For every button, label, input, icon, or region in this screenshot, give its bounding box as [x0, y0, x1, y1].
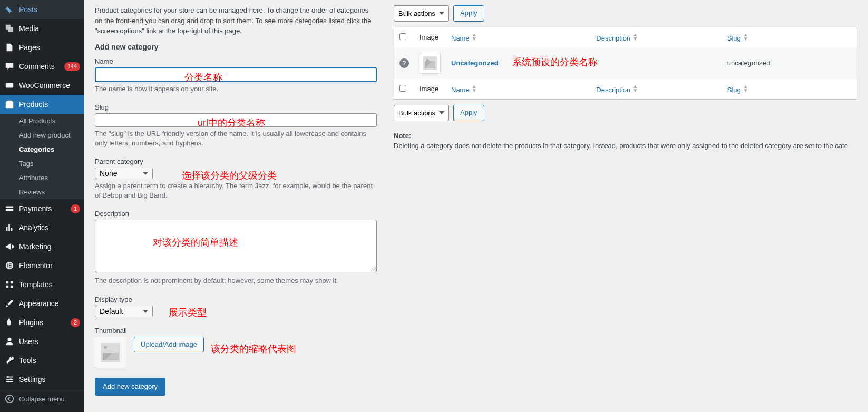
categories-table: Image Name Description Slug ? Uncategori…	[394, 27, 857, 100]
products-icon	[4, 99, 15, 110]
user-icon	[4, 336, 15, 347]
menu-tools[interactable]: Tools	[0, 351, 84, 370]
select-all-top[interactable]	[399, 33, 406, 40]
menu-media[interactable]: Media	[0, 19, 84, 38]
col-image-foot: Image	[414, 79, 446, 100]
anno-parent: 选择该分类的父级分类	[182, 169, 277, 182]
name-help: The name is how it appears on your site.	[95, 84, 377, 94]
menu-label: Tools	[19, 356, 80, 365]
menu-label: Analytics	[19, 223, 80, 232]
help-icon[interactable]: ?	[399, 58, 409, 68]
menu-payments[interactable]: Payments 1	[0, 199, 84, 218]
row-name-link[interactable]: Uncategorized	[451, 59, 499, 67]
svg-point-14	[7, 381, 9, 383]
svg-rect-5	[9, 263, 12, 264]
name-input[interactable]	[95, 67, 377, 82]
menu-users[interactable]: Users	[0, 332, 84, 351]
pin-icon	[4, 4, 15, 15]
menu-marketing[interactable]: Marketing	[0, 237, 84, 256]
submit-button[interactable]: Add new category	[95, 378, 165, 396]
sort-icon	[472, 84, 477, 93]
col-name-sort-foot[interactable]: Name	[451, 86, 477, 94]
menu-woocommerce[interactable]: WooCommerce	[0, 76, 84, 95]
media-icon	[4, 23, 15, 34]
menu-label: WooCommerce	[19, 81, 80, 90]
svg-rect-0	[6, 83, 13, 88]
analytics-icon	[4, 222, 15, 233]
desc-label: Description	[95, 210, 377, 218]
col-slug-sort-foot[interactable]: Slug	[727, 86, 748, 94]
settings-icon	[4, 374, 15, 385]
apply-bottom[interactable]: Apply	[453, 105, 484, 121]
col-slug-sort[interactable]: Slug	[727, 34, 748, 42]
bulk-actions-top[interactable]: Bulk actions	[394, 5, 449, 22]
collapse-menu[interactable]: Collapse menu	[0, 389, 84, 408]
svg-rect-6	[9, 265, 12, 266]
parent-label: Parent category	[95, 158, 377, 165]
submenu-all-products[interactable]: All Products	[0, 114, 84, 128]
display-select[interactable]: Default	[95, 306, 153, 317]
select-all-bottom[interactable]	[399, 85, 406, 92]
col-desc-sort-foot[interactable]: Description	[596, 86, 638, 94]
name-label: Name	[95, 57, 377, 65]
menu-products[interactable]: Products	[0, 95, 84, 114]
collapse-label: Collapse menu	[19, 395, 65, 403]
menu-settings[interactable]: Settings	[0, 370, 84, 389]
menu-analytics[interactable]: Analytics	[0, 218, 84, 237]
menu-pages[interactable]: Pages	[0, 38, 84, 57]
menu-plugins[interactable]: Plugins 2	[0, 313, 84, 332]
thumb-field-wrap: Thumbnail Upload/Add image 该分类的缩略代表图	[95, 327, 377, 368]
menu-elementor[interactable]: Elementor	[0, 256, 84, 275]
desc-help: The description is not prominent by defa…	[95, 276, 377, 286]
name-field-wrap: Name 分类名称 The name is how it appears on …	[95, 57, 377, 94]
menu-posts[interactable]: Posts	[0, 0, 84, 19]
display-label: Display type	[95, 296, 377, 303]
menu-label: Media	[19, 24, 80, 33]
upload-image-button[interactable]: Upload/Add image	[134, 337, 204, 353]
svg-rect-4	[7, 263, 8, 267]
apply-top[interactable]: Apply	[453, 5, 484, 22]
col-name-sort[interactable]: Name	[451, 34, 477, 42]
menu-appearance[interactable]: Appearance	[0, 294, 84, 313]
bulk-actions-bottom[interactable]: Bulk actions	[394, 105, 449, 121]
parent-select[interactable]: None	[95, 168, 153, 179]
placeholder-icon	[423, 56, 437, 70]
note-heading: Note:	[394, 132, 857, 140]
menu-label: Payments	[19, 204, 71, 213]
col-desc-sort[interactable]: Description	[596, 34, 638, 42]
menu-templates[interactable]: Templates	[0, 275, 84, 294]
add-category-heading: Add new category	[95, 43, 377, 51]
table-column: Bulk actions Apply Image Name Descriptio…	[394, 5, 857, 396]
submenu-categories[interactable]: Categories	[0, 142, 84, 156]
slug-input[interactable]	[95, 113, 377, 127]
desc-field-wrap: Description 对该分类的简单描述 The description is…	[95, 210, 377, 286]
desc-textarea[interactable]	[95, 220, 377, 272]
submenu-attributes[interactable]: Attributes	[0, 171, 84, 185]
collapse-icon	[4, 394, 15, 404]
badge: 2	[71, 318, 80, 327]
submenu-reviews[interactable]: Reviews	[0, 185, 84, 199]
submenu-tags[interactable]: Tags	[0, 156, 84, 171]
badge: 1	[71, 204, 80, 213]
menu-label: Users	[19, 337, 80, 346]
wrench-icon	[4, 355, 15, 366]
menu-comments[interactable]: Comments 144	[0, 57, 84, 76]
menu-label: Posts	[19, 5, 80, 14]
thumb-preview	[95, 337, 126, 368]
parent-help: Assign a parent term to create a hierarc…	[95, 181, 377, 200]
payments-icon	[4, 203, 15, 214]
sort-icon	[632, 33, 638, 41]
templates-icon	[4, 279, 15, 290]
svg-rect-7	[9, 267, 12, 268]
sort-icon	[743, 84, 748, 93]
svg-rect-2	[6, 208, 13, 209]
row-image	[420, 53, 441, 74]
sort-icon	[743, 33, 748, 41]
col-image: Image	[414, 27, 446, 47]
anno-display: 展示类型	[169, 306, 207, 319]
svg-point-12	[7, 376, 9, 378]
submenu-add-new[interactable]: Add new product	[0, 128, 84, 142]
note-section: Note: Deleting a category does not delet…	[394, 132, 857, 150]
menu-label: Appearance	[19, 299, 80, 308]
tablenav-top: Bulk actions Apply	[394, 5, 857, 22]
